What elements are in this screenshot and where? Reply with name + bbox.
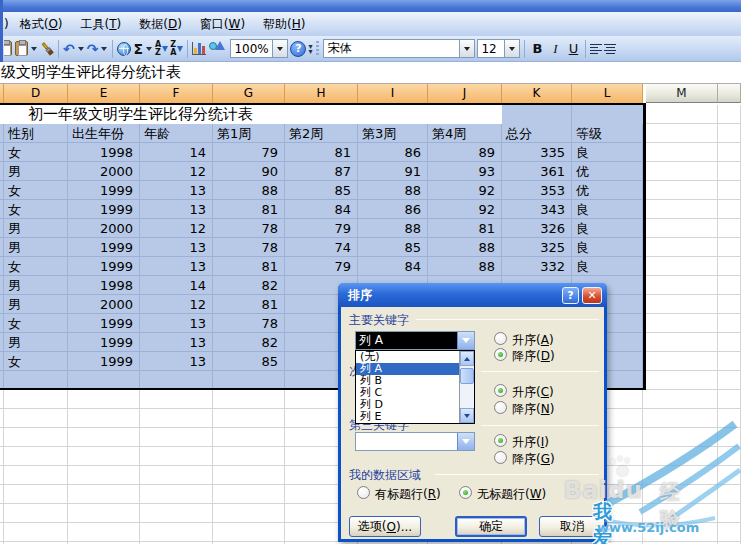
paste-dropdown-icon[interactable]	[31, 47, 37, 51]
data-cell[interactable]: 88	[213, 181, 283, 200]
data-cell[interactable]: 343	[502, 200, 570, 219]
toolbar-options-chevron-icon[interactable]: ▾▾	[308, 38, 312, 60]
data-cell[interactable]: 81	[285, 143, 356, 162]
formula-bar[interactable]: 级文明学生评比得分统计表	[0, 62, 741, 84]
sort-ascending-icon[interactable]: AZ	[155, 38, 168, 60]
undo-dropdown-icon[interactable]	[78, 47, 84, 51]
data-cell[interactable]: 良	[572, 257, 641, 276]
data-cell[interactable]: 332	[502, 257, 570, 276]
data-cell[interactable]: 88	[428, 238, 500, 257]
data-cell[interactable]: 361	[502, 162, 570, 181]
data-cell[interactable]: 85	[285, 181, 356, 200]
menu-item[interactable]: 帮助(H)	[254, 13, 314, 36]
sort-dialog-titlebar[interactable]: 排序 ? ✕	[338, 283, 607, 307]
data-cell[interactable]: 男	[4, 162, 66, 181]
data-cell[interactable]: 78	[213, 238, 283, 257]
data-cell[interactable]: 2000	[68, 162, 138, 181]
data-cell[interactable]: 1998	[68, 276, 138, 295]
column-header-F[interactable]: F	[140, 84, 213, 103]
selected-title-cells[interactable]	[502, 105, 643, 124]
data-cell[interactable]: 92	[428, 200, 500, 219]
scroll-up-icon[interactable]	[460, 351, 474, 366]
font-name-combobox[interactable]: 宋体	[323, 38, 475, 60]
data-cell[interactable]: 1999	[68, 314, 138, 333]
data-cell[interactable]: 14	[140, 276, 211, 295]
scroll-down-icon[interactable]	[460, 408, 474, 423]
data-cell[interactable]: 353	[502, 181, 570, 200]
data-cell[interactable]: 78	[213, 219, 283, 238]
header-cell[interactable]: 总分	[502, 124, 570, 143]
data-cell[interactable]: 女	[4, 200, 66, 219]
data-cell[interactable]: 女	[4, 257, 66, 276]
data-cell[interactable]: 81	[213, 295, 283, 314]
drawing-icon[interactable]	[208, 38, 228, 60]
combobox-dropdown-icon[interactable]	[457, 433, 474, 450]
data-cell[interactable]: 男	[4, 295, 66, 314]
data-cell[interactable]: 326	[502, 219, 570, 238]
menu-item-partial[interactable]: )	[3, 14, 11, 34]
column-header-J[interactable]: J	[428, 84, 502, 103]
column-header-M[interactable]: M	[646, 84, 718, 103]
data-cell[interactable]: 85	[213, 352, 283, 371]
header-cell[interactable]: 年龄	[140, 124, 211, 143]
menu-item[interactable]: 数据(D)	[130, 13, 191, 36]
column-header-H[interactable]: H	[285, 84, 358, 103]
primary-key-combobox[interactable]: 列 A	[355, 331, 475, 350]
column-header-partial[interactable]	[718, 84, 741, 103]
header-cell[interactable]: 性别	[4, 124, 66, 143]
data-cell[interactable]: 13	[140, 181, 211, 200]
data-cell[interactable]: 13	[140, 238, 211, 257]
autosum-dropdown-icon[interactable]	[146, 47, 152, 51]
dropdown-scrollbar[interactable]	[459, 351, 474, 423]
data-cell[interactable]: 1999	[68, 333, 138, 352]
autosum-icon[interactable]: Σ	[133, 38, 143, 60]
dialog-close-icon[interactable]: ✕	[582, 287, 602, 304]
data-cell[interactable]: 93	[428, 162, 500, 181]
data-cell[interactable]: 84	[285, 200, 356, 219]
data-cell[interactable]: 74	[285, 238, 356, 257]
descending-2-radio[interactable]	[494, 401, 507, 414]
descending-3-radio[interactable]	[494, 451, 507, 464]
data-cell[interactable]: 81	[428, 219, 500, 238]
data-cell[interactable]: 12	[140, 162, 211, 181]
data-cell[interactable]: 88	[358, 219, 426, 238]
italic-button[interactable]: I	[547, 38, 563, 60]
data-cell[interactable]: 优	[572, 181, 641, 200]
undo-icon[interactable]: ↶	[63, 38, 75, 60]
sort-descending-icon[interactable]: ZA	[170, 38, 183, 60]
menu-item[interactable]: 格式(O)	[11, 13, 72, 36]
redo-icon[interactable]: ↷	[87, 38, 99, 60]
data-cell[interactable]: 13	[140, 352, 211, 371]
data-cell[interactable]: 87	[285, 162, 356, 181]
data-cell[interactable]: 89	[428, 143, 500, 162]
ascending-2-radio[interactable]	[494, 384, 507, 397]
scrollbar-thumb[interactable]	[460, 368, 474, 384]
hyperlink-icon[interactable]	[117, 38, 131, 60]
data-cell[interactable]: 81	[213, 200, 283, 219]
data-cell[interactable]: 88	[428, 257, 500, 276]
data-cell[interactable]: 13	[140, 257, 211, 276]
format-painter-icon[interactable]	[40, 38, 54, 60]
data-cell[interactable]: 男	[4, 238, 66, 257]
data-cell[interactable]: 14	[140, 143, 211, 162]
data-cell[interactable]: 男	[4, 333, 66, 352]
data-cell[interactable]: 优	[572, 162, 641, 181]
data-cell[interactable]: 良	[572, 143, 641, 162]
data-cell[interactable]: 1999	[68, 181, 138, 200]
data-cell[interactable]: 13	[140, 200, 211, 219]
column-header-L[interactable]: L	[572, 84, 643, 103]
underline-button[interactable]: U	[565, 38, 581, 60]
ok-button[interactable]: 确定	[455, 516, 527, 537]
data-cell[interactable]: 良	[572, 238, 641, 257]
font-size-combobox[interactable]: 12	[477, 38, 520, 60]
data-cell[interactable]: 78	[213, 314, 283, 333]
data-cell[interactable]: 84	[358, 257, 426, 276]
menu-item[interactable]: 窗口(W)	[191, 13, 254, 36]
ascending-3-radio[interactable]	[494, 434, 507, 447]
data-cell[interactable]: 13	[140, 333, 211, 352]
data-cell[interactable]: 女	[4, 143, 66, 162]
no-header-radio[interactable]	[459, 486, 472, 499]
data-cell[interactable]: 2000	[68, 295, 138, 314]
header-cell[interactable]: 第3周	[358, 124, 426, 143]
data-cell[interactable]: 79	[285, 257, 356, 276]
